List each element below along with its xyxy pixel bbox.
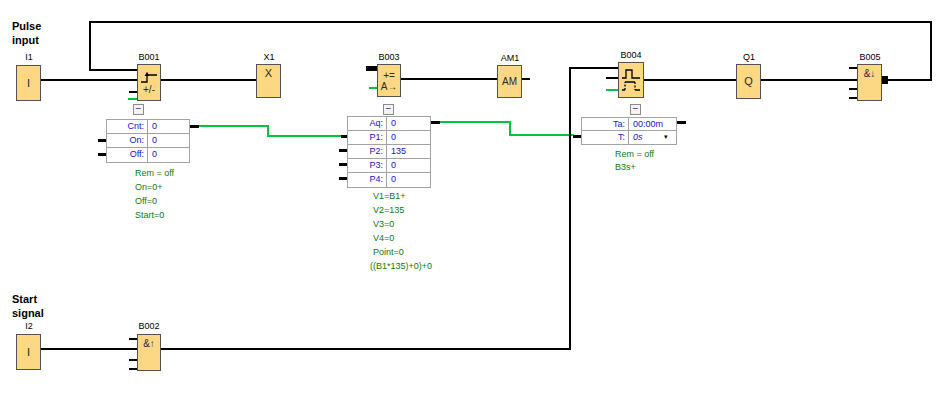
b003-note: V2=135	[373, 205, 404, 215]
b001-off-input-stub	[98, 153, 106, 156]
param-value-timebase[interactable]: 0s	[629, 131, 676, 144]
b003-note: V1=B1+	[373, 191, 406, 201]
param-row: On:0	[107, 134, 189, 148]
param-row: Off:0	[107, 148, 189, 162]
b002-symbol: &↑	[143, 338, 155, 349]
param-label: P3:	[348, 159, 387, 172]
b004-t-input-stub	[573, 135, 581, 138]
rising-edge-icon	[140, 71, 158, 84]
b003-symbol-top: +=	[383, 70, 395, 81]
wire-feedback-top	[89, 21, 932, 23]
block-b005-and-falling-edge[interactable]: &↓	[857, 64, 882, 101]
block-b003-analog-math[interactable]: += A→	[377, 64, 401, 97]
b001-note: On=0+	[135, 182, 163, 192]
param-wire-b001cnt-b003p1	[197, 125, 268, 127]
b005-input3-pin	[849, 88, 857, 90]
b002-input4-pin	[129, 368, 137, 370]
wire-b001-x1	[161, 79, 256, 81]
block-i2-input[interactable]: I	[16, 334, 41, 370]
collapse-button-b003[interactable]: −	[383, 104, 394, 115]
param-label: On:	[107, 134, 148, 147]
param-row: Cnt:0	[107, 120, 189, 134]
block-b002-and-rising-edge[interactable]: &↑	[137, 334, 161, 371]
block-label-am1: AM1	[488, 53, 532, 63]
param-wire-b003aq-b004t	[440, 121, 510, 123]
param-label: P4:	[348, 173, 387, 187]
param-label: T:	[582, 131, 629, 144]
param-row: T:0s	[582, 131, 676, 144]
param-wire-b003aq-b004t	[509, 134, 574, 136]
param-wire-b001cnt-b003p1	[267, 135, 342, 137]
wire-b005-feedback	[887, 79, 932, 81]
block-label-b004: B004	[609, 50, 653, 60]
start-signal-annotation: Start signal	[12, 292, 44, 320]
b004-r-pin	[606, 77, 618, 79]
block-label-b001: B001	[127, 52, 171, 62]
b004-par-pin	[606, 89, 618, 91]
b003-note: Point=0	[373, 247, 404, 257]
param-label: Cnt:	[107, 120, 148, 133]
b005-input1-pin	[849, 67, 857, 69]
block-label-b003: B003	[367, 52, 411, 62]
wire-feedback-left-vertical	[89, 21, 91, 71]
wire-feedback-right-vertical	[930, 21, 932, 81]
wire-b002-horizontal	[161, 348, 571, 350]
block-q1-output[interactable]: Q	[736, 64, 761, 99]
pulse-icon	[621, 68, 641, 80]
block-label-b002: B002	[127, 321, 171, 331]
wire-b003-am1	[401, 78, 497, 80]
param-value[interactable]: 0	[387, 173, 430, 187]
b003-p3-input-stub	[339, 163, 347, 166]
b001-note: Rem = off	[135, 168, 174, 178]
param-label: Ta:	[582, 118, 629, 130]
collapse-button-b001[interactable]: −	[133, 104, 144, 115]
block-b001-updown-counter[interactable]: +/-	[137, 64, 161, 101]
fbd-diagram-canvas: Pulse input Start signal I1 B001 X1 B003…	[0, 0, 945, 406]
param-value[interactable]: 0	[387, 117, 430, 130]
b003-note: V4=0	[373, 233, 394, 243]
wire-b004-q1	[644, 79, 736, 81]
param-box-b001: Cnt:0 On:0 Off:0	[106, 119, 190, 163]
param-label: Aq:	[348, 117, 387, 130]
wire-b002-vertical	[569, 67, 571, 350]
block-label-i2: I2	[7, 321, 51, 331]
param-row: Ta:00:00m	[582, 118, 676, 131]
b005-symbol: &↓	[864, 68, 876, 79]
param-value[interactable]: 0	[148, 134, 189, 147]
block-i1-input[interactable]: I	[16, 65, 41, 101]
param-value[interactable]: 00:00m	[629, 118, 676, 130]
param-value[interactable]: 0	[387, 131, 430, 144]
param-value[interactable]: 0	[148, 120, 189, 133]
param-row: Aq:0	[348, 117, 430, 131]
pulse-input-annotation: Pulse input	[12, 19, 41, 47]
block-x1-open-connector[interactable]: X	[256, 64, 281, 98]
b001-on-input-stub	[98, 139, 106, 142]
b001-note: Off=0	[135, 196, 157, 206]
wire-feedback-b001	[89, 69, 137, 71]
timebase-dropdown-arrow[interactable]: ▾	[664, 133, 668, 141]
b003-aq-output-stub	[431, 121, 440, 124]
param-label: P1:	[348, 131, 387, 144]
param-value[interactable]: 135	[387, 145, 430, 158]
b004-note: Rem = off	[615, 149, 654, 159]
block-label-i1: I1	[7, 52, 51, 62]
b003-p4-input-stub	[339, 177, 347, 180]
am1-symbol: AM	[502, 76, 517, 87]
block-label-x1: X1	[247, 52, 291, 62]
wire-b002-b004	[569, 67, 618, 69]
param-label: P2:	[348, 145, 387, 158]
param-box-b003: Aq:0 P1:0 P2:135 P3:0 P4:0	[347, 116, 431, 188]
block-label-q1: Q1	[727, 52, 771, 62]
param-label: Off:	[107, 148, 148, 162]
param-row: P3:0	[348, 159, 430, 173]
b002-input3-pin	[129, 359, 137, 361]
b001-symbol: +/-	[143, 84, 155, 95]
block-b004-pulse-relay[interactable]	[618, 62, 644, 98]
wire-i2-b002	[41, 348, 137, 350]
param-value[interactable]: 0	[387, 159, 430, 172]
param-value[interactable]: 0	[148, 148, 189, 162]
block-am1-analog-flag[interactable]: AM	[497, 65, 522, 98]
b005-input4-pin	[849, 97, 857, 99]
collapse-button-b004[interactable]: −	[630, 104, 641, 115]
b003-p2-input-stub	[339, 149, 347, 152]
